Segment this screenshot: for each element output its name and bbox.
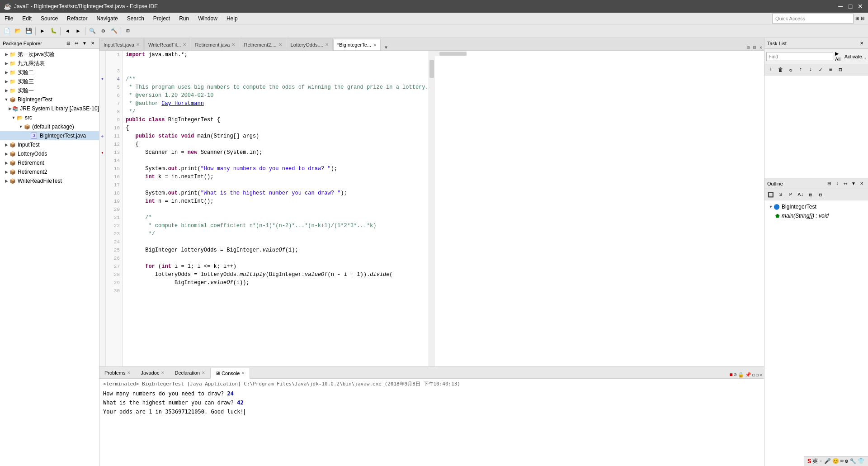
new-button[interactable]: 📄 xyxy=(2,26,12,36)
maximize-button[interactable]: □ xyxy=(846,2,854,10)
search-toolbar-button[interactable]: 🔍 xyxy=(87,26,97,36)
tab-maximize-btn[interactable]: ⊞ xyxy=(745,45,751,50)
outline-collapse-btn[interactable]: ⊟ xyxy=(826,180,833,187)
task-delete-btn[interactable]: 🗑 xyxy=(776,65,785,74)
task-list-close[interactable]: ✕ xyxy=(858,40,865,47)
tab-javadoc[interactable]: Javadoc ✕ xyxy=(136,367,170,378)
vertical-scrollbar[interactable] xyxy=(429,51,435,366)
tree-item-8[interactable]: ▼ 📦 (default package) xyxy=(0,122,99,131)
tree-toggle-1[interactable]: ▶ xyxy=(4,61,9,66)
tree-toggle-3[interactable]: ▶ xyxy=(4,79,9,84)
scroll-lock-btn[interactable]: 🔒 xyxy=(738,372,744,378)
pin-btn[interactable]: 📌 xyxy=(745,372,751,378)
run-button[interactable]: ▶ xyxy=(38,26,47,36)
tree-item-7[interactable]: ▼ 📂 src xyxy=(0,113,99,122)
tab-retirement[interactable]: Retirement.java ✕ xyxy=(191,38,239,50)
save-button[interactable]: 💾 xyxy=(24,26,33,36)
menu-search[interactable]: Search xyxy=(123,13,149,24)
tree-toggle-7[interactable]: ▼ xyxy=(11,115,16,120)
tab-writeread[interactable]: WriteReadFil... ✕ xyxy=(144,38,191,50)
outline-expand-all-btn[interactable]: ⊞ xyxy=(806,190,815,199)
tree-toggle-0[interactable]: ▶ xyxy=(4,52,9,57)
task-down-btn[interactable]: ↓ xyxy=(806,65,815,74)
tab-declaration[interactable]: Declaration ✕ xyxy=(170,367,210,378)
tab-close-retirement2[interactable]: ✕ xyxy=(278,42,282,47)
tree-item-2[interactable]: ▶ 📁 实验二 xyxy=(0,68,99,77)
tree-toggle-12[interactable]: ▶ xyxy=(4,161,9,165)
tree-item-1[interactable]: ▶ 📁 九九乘法表 xyxy=(0,59,99,68)
outline-close-btn[interactable]: ✕ xyxy=(858,180,865,187)
tab-problems[interactable]: Problems ✕ xyxy=(99,367,136,378)
tree-toggle-13[interactable]: ▶ xyxy=(4,170,9,174)
menu-window[interactable]: Window xyxy=(193,13,222,24)
task-refresh-btn[interactable]: ↻ xyxy=(786,65,795,74)
task-view-btn[interactable]: ≡ xyxy=(826,65,835,74)
refactor-button[interactable]: ⚙ xyxy=(98,26,108,36)
outline-menu-btn[interactable]: ▼ xyxy=(850,180,857,187)
tree-item-10[interactable]: ▶ 📦 InputTest xyxy=(0,140,99,149)
task-mark-btn[interactable]: ✓ xyxy=(816,65,825,74)
perspective-button[interactable]: ⊞ xyxy=(123,26,133,36)
tab-problems-close[interactable]: ✕ xyxy=(127,371,131,375)
collapse-all-btn[interactable]: ⊟ xyxy=(65,40,72,47)
tree-toggle-10[interactable]: ▶ xyxy=(4,143,9,147)
tab-close-lotteryodds[interactable]: ✕ xyxy=(325,42,329,47)
tree-item-3[interactable]: ▶ 📁 实验三 xyxy=(0,77,99,86)
outline-sort-alpha-btn[interactable]: A↓ xyxy=(796,190,805,199)
tree-toggle-2[interactable]: ▶ xyxy=(4,70,9,75)
horizontal-scrollbar[interactable] xyxy=(435,51,467,56)
tab-console[interactable]: 🖥 Console ✕ xyxy=(210,368,250,379)
code-content[interactable]: import java.math.*; /** * This program u… xyxy=(123,51,429,366)
menu-help[interactable]: Help xyxy=(222,13,242,24)
tab-close-inputtest[interactable]: ✕ xyxy=(136,42,140,47)
tab-declaration-close[interactable]: ✕ xyxy=(202,371,205,375)
next-button[interactable]: ▶ xyxy=(73,26,83,36)
outline-method[interactable]: ⬟ main(String[]) : void xyxy=(766,211,866,220)
outline-class[interactable]: ▼ 🔵 BigIntegerTest xyxy=(766,202,866,211)
tree-item-5[interactable]: ▼ 📦 BigIntegerTest xyxy=(0,95,99,104)
menu-file[interactable]: File xyxy=(0,13,18,24)
menu-refactor[interactable]: Refactor xyxy=(62,13,92,24)
task-collapse-btn[interactable]: ⊟ xyxy=(836,65,845,74)
prev-button[interactable]: ◀ xyxy=(62,26,72,36)
outline-hide-non-pub-btn[interactable]: P xyxy=(786,190,795,199)
debug-button[interactable]: 🐛 xyxy=(48,26,58,36)
tree-item-6[interactable]: ▶ 📚 JRE System Library [JavaSE-10] xyxy=(0,104,99,113)
tree-toggle-5[interactable]: ▼ xyxy=(4,97,9,102)
close-panel-btn[interactable]: ✕ xyxy=(89,40,96,47)
outline-link-btn[interactable]: ⇔ xyxy=(842,180,849,187)
menu-source[interactable]: Source xyxy=(36,13,62,24)
tab-overflow-btn[interactable]: ▼ xyxy=(383,45,389,50)
tree-item-9[interactable]: J BigIntegerTest.java xyxy=(0,131,99,140)
tree-item-4[interactable]: ▶ 📁 实验一 xyxy=(0,86,99,95)
tab-close-writeread[interactable]: ✕ xyxy=(183,42,186,47)
menu-navigate[interactable]: Navigate xyxy=(92,13,122,24)
tab-close-retirement[interactable]: ✕ xyxy=(231,42,235,47)
bottom-close-btn[interactable]: ✕ xyxy=(760,372,762,378)
task-activate-btn[interactable]: Activate... xyxy=(844,54,866,59)
bottom-min-btn[interactable]: ⊟ xyxy=(752,372,755,378)
outline-sort-btn[interactable]: ↕ xyxy=(834,180,841,187)
tab-minimize-btn[interactable]: ⊟ xyxy=(751,45,758,50)
task-new-btn[interactable]: + xyxy=(766,65,775,74)
code-editor[interactable]: ● ⊕ ● 1 3 xyxy=(99,51,764,366)
task-all-btn[interactable]: ▶ All xyxy=(835,51,843,62)
minimize-button[interactable]: ─ xyxy=(836,2,844,10)
menu-run[interactable]: Run xyxy=(175,13,193,24)
task-up-btn[interactable]: ↑ xyxy=(796,65,805,74)
tree-item-12[interactable]: ▶ 📦 Retirement xyxy=(0,158,99,167)
link-editor-btn[interactable]: ⇔ xyxy=(73,40,80,47)
build-button[interactable]: 🔨 xyxy=(109,26,119,36)
tree-item-0[interactable]: ▶ 📁 第一次java实验 xyxy=(0,50,99,59)
outline-collapse-all2-btn[interactable]: ⊟ xyxy=(816,190,825,199)
quick-access-input[interactable]: Quick Access xyxy=(772,14,854,24)
open-button[interactable]: 📂 xyxy=(13,26,23,36)
tree-item-11[interactable]: ▶ 📦 LotteryOdds xyxy=(0,149,99,158)
h-scrollbar-thumb[interactable] xyxy=(439,52,467,56)
tree-toggle-14[interactable]: ▶ xyxy=(4,179,9,183)
menu-edit[interactable]: Edit xyxy=(18,13,36,24)
outline-hide-fields-btn[interactable]: 🔲 xyxy=(766,190,775,199)
tree-toggle-8[interactable]: ▼ xyxy=(18,124,24,129)
tab-console-close[interactable]: ✕ xyxy=(241,371,245,376)
view-menu-btn[interactable]: ▼ xyxy=(81,40,88,47)
